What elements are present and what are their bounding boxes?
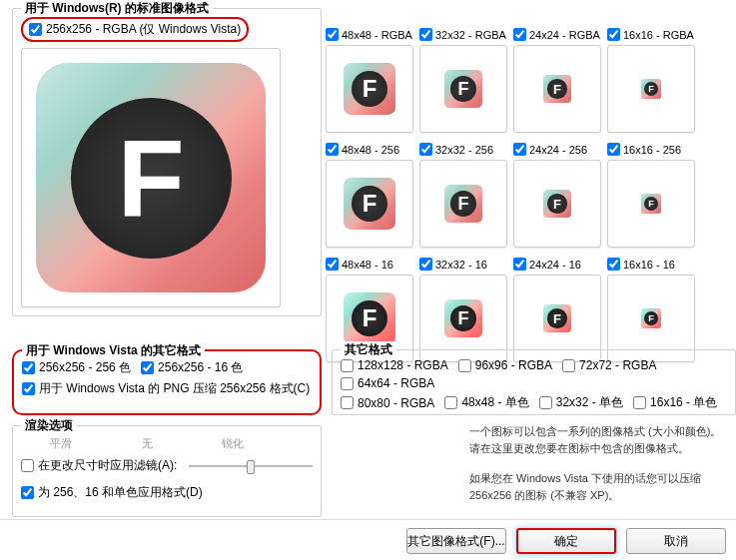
chk-128-rgba[interactable] <box>341 359 354 372</box>
row-rgba: 48x48 - RGBA F 32x32 - RGBA F 24x24 - RG… <box>326 28 730 133</box>
footer-divider <box>0 519 736 520</box>
thumbnail-grid: 48x48 - RGBA F 32x32 - RGBA F 24x24 - RG… <box>326 28 730 362</box>
preview-48-256: F <box>326 160 413 248</box>
standard-formats-legend: 用于 Windows(R) 的标准图像格式 <box>21 0 213 17</box>
cancel-button[interactable]: 取消 <box>626 528 726 554</box>
render-options-legend: 渲染选项 <box>21 417 77 434</box>
slider-mid-label: 无 <box>107 436 187 451</box>
help-text: 一个图标可以包含一系列的图像格式 (大小和颜色)。请在这里更改您要在图标中包含的… <box>469 423 729 503</box>
highlight-256-rgba: 256x256 - RGBA (仅 Windows Vista) <box>21 17 249 42</box>
chk-32-rgba[interactable] <box>419 28 432 41</box>
chk-16-rgba[interactable] <box>607 28 620 41</box>
preview-32-rgba: F <box>419 45 507 133</box>
chk-24-256[interactable] <box>513 143 526 156</box>
chk-72-rgba[interactable] <box>562 359 575 372</box>
chk-vista-png[interactable] <box>22 382 35 395</box>
ok-button[interactable]: 确定 <box>516 528 616 554</box>
chk-16-16[interactable] <box>607 258 620 271</box>
slider-left-label: 平滑 <box>21 436 101 451</box>
chk-80-rgba[interactable] <box>341 396 354 409</box>
slider-thumb[interactable] <box>247 460 255 474</box>
chk-32-256[interactable] <box>419 143 432 156</box>
preview-16-rgba: F <box>607 45 695 133</box>
preview-32-256: F <box>419 160 507 248</box>
sharpness-slider-row: 平滑 无 锐化 <box>21 436 313 451</box>
preview-48-rgba: F <box>326 45 413 133</box>
other-formats-button[interactable]: 其它图像格式(F)... <box>406 528 506 554</box>
chk-16-mono[interactable] <box>633 396 646 409</box>
chk-16-256[interactable] <box>607 143 620 156</box>
vista-other-group: 用于 Windows Vista 的其它格式 256x256 - 256 色 2… <box>12 349 322 415</box>
chk-64-rgba[interactable] <box>341 377 354 390</box>
chk-vista-256-256[interactable] <box>22 361 35 374</box>
render-options-group: 渲染选项 平滑 无 锐化 在更改尺寸时应用滤镜(A): 为 256、16 和单色… <box>12 425 322 517</box>
preview-256: F <box>21 48 281 307</box>
other-formats-group: 其它格式 128x128 - RGBA 96x96 - RGBA 72x72 -… <box>332 349 736 415</box>
chk-32-mono[interactable] <box>539 396 552 409</box>
vista-other-legend: 用于 Windows Vista 的其它格式 <box>22 342 205 359</box>
chk-48-256[interactable] <box>326 143 339 156</box>
preview-24-256: F <box>513 160 601 248</box>
other-formats-legend: 其它格式 <box>341 341 396 358</box>
chk-48-rgba[interactable] <box>326 28 339 41</box>
row-256: 48x48 - 256 F 32x32 - 256 F 24x24 - 256 … <box>326 143 730 248</box>
help-line1: 一个图标可以包含一系列的图像格式 (大小和颜色)。请在这里更改您要在图标中包含的… <box>469 423 729 456</box>
preview-16-256: F <box>607 160 695 248</box>
chk-32-16[interactable] <box>419 258 432 271</box>
button-bar: 其它图像格式(F)... 确定 取消 <box>406 528 726 554</box>
chk-96-rgba[interactable] <box>458 359 471 372</box>
chk-48-mono[interactable] <box>444 396 457 409</box>
chk-24-rgba[interactable] <box>513 28 526 41</box>
standard-formats-group: 用于 Windows(R) 的标准图像格式 256x256 - RGBA (仅 … <box>12 8 322 316</box>
sharpness-slider[interactable] <box>189 465 313 467</box>
help-line2: 如果您在 Windows Vista 下使用的话您可以压缩 256x256 的图… <box>469 470 729 503</box>
chk-apply-formats[interactable] <box>21 486 34 499</box>
chk-256x256-rgba-label: 256x256 - RGBA (仅 Windows Vista) <box>46 21 241 38</box>
icon-f-large: F <box>36 63 266 292</box>
preview-24-rgba: F <box>513 45 601 133</box>
slider-right-label: 锐化 <box>193 436 273 451</box>
chk-256x256-rgba[interactable] <box>29 23 42 36</box>
chk-vista-256-16[interactable] <box>141 361 154 374</box>
chk-48-16[interactable] <box>326 258 339 271</box>
chk-24-16[interactable] <box>513 258 526 271</box>
chk-filter-on-resize[interactable] <box>21 459 34 472</box>
